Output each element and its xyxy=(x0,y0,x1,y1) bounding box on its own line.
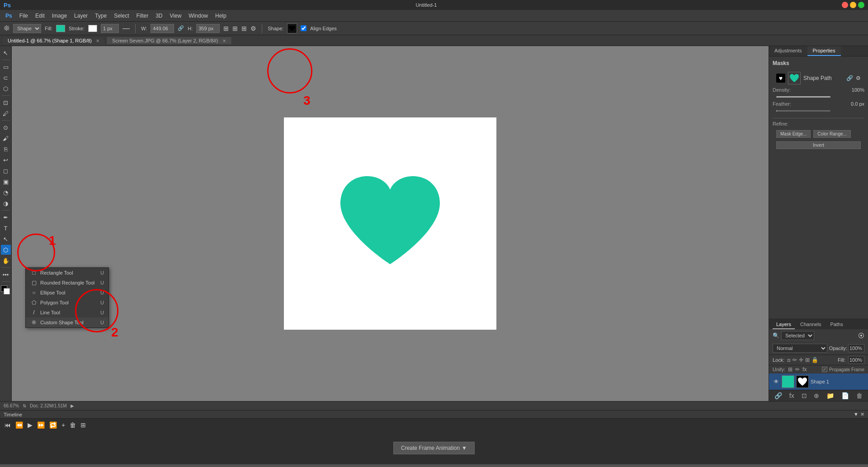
menu-window[interactable]: Window xyxy=(185,12,212,20)
link-layers-icon[interactable]: 🔗 xyxy=(774,392,782,399)
new-layer-icon[interactable]: 📄 xyxy=(841,392,849,399)
eraser-tool[interactable]: ◻ xyxy=(1,166,11,176)
type-tool[interactable]: T xyxy=(1,223,11,233)
menu-3d[interactable]: 3D xyxy=(152,12,166,20)
menu-help[interactable]: Help xyxy=(212,12,230,20)
close-tab-1[interactable]: ✕ xyxy=(96,38,99,43)
window-controls[interactable] xyxy=(842,2,864,8)
maximize-button[interactable] xyxy=(858,2,864,8)
path-align-icon[interactable]: ⊞ xyxy=(232,25,238,32)
mask-options-icon[interactable]: ⚙ xyxy=(856,75,861,81)
shape-picker[interactable] xyxy=(287,23,297,33)
width-input[interactable] xyxy=(151,24,174,33)
more-tools[interactable]: ••• xyxy=(1,270,11,280)
tab-properties[interactable]: Properties xyxy=(807,46,841,56)
tab-adjustments[interactable]: Adjustments xyxy=(769,46,807,56)
layers-tab-layers[interactable]: Layers xyxy=(773,320,795,329)
move-tool[interactable]: ↖ xyxy=(1,48,11,58)
propagate-checkbox[interactable]: ✓ xyxy=(822,367,827,372)
height-input[interactable] xyxy=(196,24,220,33)
menu-view[interactable]: View xyxy=(166,12,185,20)
path-ops-icon[interactable]: ⊞ xyxy=(223,25,229,32)
path-arrange-icon[interactable]: ⊞ xyxy=(241,25,247,32)
layers-tab-paths[interactable]: Paths xyxy=(827,320,847,329)
marquee-tool[interactable]: ▭ xyxy=(1,62,11,72)
tab-untitled-1[interactable]: Untitled-1 @ 66.7% (Shape 1, RGB/8) ✕ xyxy=(2,37,105,44)
lasso-tool[interactable]: ⊂ xyxy=(1,73,11,83)
lock-transparency-icon[interactable]: ⧈ xyxy=(787,357,791,363)
stroke-color-swatch[interactable] xyxy=(88,25,97,32)
adjustment-layer-icon[interactable]: ⊕ xyxy=(814,392,819,399)
flyout-ellipse-tool[interactable]: ○ Ellipse Tool U xyxy=(26,288,108,298)
filter-toggle-icon[interactable]: ⦿ xyxy=(858,332,864,339)
quick-select-tool[interactable]: ⬡ xyxy=(1,84,11,93)
flyout-custom-shape-tool[interactable]: ❊ Custom Shape Tool U xyxy=(26,318,108,327)
pen-tool[interactable]: ✒ xyxy=(1,212,11,222)
prev-frame-button[interactable]: ⏪ xyxy=(14,420,24,430)
stroke-width-input[interactable] xyxy=(101,24,119,33)
close-button[interactable] xyxy=(842,2,848,8)
tab-screen-seven[interactable]: Screen Seven.JPG @ 66.7% (Layer 2, RGB/8… xyxy=(106,37,231,44)
density-slider[interactable] xyxy=(776,96,830,98)
layers-filter-select[interactable]: Selected All Kind xyxy=(781,331,814,340)
next-frame-button[interactable]: ⏩ xyxy=(36,420,46,430)
blur-tool[interactable]: ◔ xyxy=(1,187,11,197)
shape-tool[interactable]: ⬡ xyxy=(1,245,11,255)
create-frame-dropdown-icon[interactable]: ▼ xyxy=(462,445,467,451)
mode-select[interactable]: ShapePathPixels xyxy=(13,24,41,33)
layer-item-shape1[interactable]: 👁 Shape 1 xyxy=(769,374,868,390)
eyedropper-tool[interactable]: 🖊 xyxy=(1,108,11,118)
gradient-tool[interactable]: ▣ xyxy=(1,177,11,187)
layer-effects-icon[interactable]: fx xyxy=(789,392,794,399)
delete-layer-icon[interactable]: 🗑 xyxy=(856,392,863,399)
menu-layer[interactable]: Layer xyxy=(71,12,91,20)
feather-slider[interactable] xyxy=(776,110,830,112)
menu-edit[interactable]: Edit xyxy=(32,12,48,20)
clone-tool[interactable]: ⎘ xyxy=(1,144,11,154)
create-frame-animation-button[interactable]: Create Frame Animation ▼ xyxy=(393,442,475,454)
go-first-button[interactable]: ⏮ xyxy=(4,420,12,430)
menu-file[interactable]: File xyxy=(16,12,32,20)
hand-tool[interactable]: ✋ xyxy=(1,256,11,266)
convert-frame-button[interactable]: ⊞ xyxy=(80,420,87,430)
play-button[interactable]: ▶ xyxy=(27,420,33,430)
menu-ps[interactable]: Ps xyxy=(2,12,16,20)
layer-mask-icon[interactable]: ⊡ xyxy=(802,392,807,399)
unify-icon-3[interactable]: fx xyxy=(802,366,807,373)
timeline-close-icon[interactable]: ✕ xyxy=(860,411,864,417)
minimize-button[interactable] xyxy=(850,2,856,8)
shape-path-thumb[interactable] xyxy=(788,72,801,84)
dodge-tool[interactable]: ◑ xyxy=(1,198,11,208)
mask-edge-button[interactable]: Mask Edge... xyxy=(776,130,811,138)
link-mask-icon[interactable]: 🔗 xyxy=(846,75,853,81)
lock-artboard-icon[interactable]: ⊞ xyxy=(805,357,810,363)
flyout-line-tool[interactable]: / Line Tool U xyxy=(26,308,108,318)
invert-button[interactable]: Invert xyxy=(776,141,861,149)
gear-icon[interactable]: ⚙ xyxy=(250,25,256,32)
unify-icon-2[interactable]: ✏ xyxy=(795,366,800,373)
unify-icon-1[interactable]: ⊞ xyxy=(788,366,793,373)
color-range-button[interactable]: Color Range... xyxy=(813,130,850,138)
flyout-rounded-rect-tool[interactable]: ▢ Rounded Rectangle Tool U xyxy=(26,278,108,288)
opacity-input[interactable] xyxy=(848,344,864,352)
flyout-rectangle-tool[interactable]: □ Rectangle Tool U xyxy=(26,268,108,278)
close-tab-2[interactable]: ✕ xyxy=(222,38,226,43)
trash-frame-button[interactable]: 🗑 xyxy=(69,420,77,430)
blend-mode-select[interactable]: Normal Multiply Screen Overlay xyxy=(773,344,827,353)
menu-filter[interactable]: Filter xyxy=(132,12,152,20)
lock-pixels-icon[interactable]: ✏ xyxy=(793,357,797,363)
menu-type[interactable]: Type xyxy=(91,12,110,20)
spot-heal-tool[interactable]: ⊙ xyxy=(1,122,11,132)
fill-input[interactable] xyxy=(848,356,864,364)
layer-visibility-icon[interactable]: 👁 xyxy=(773,378,780,385)
stroke-style-icon[interactable]: — xyxy=(123,24,130,33)
fill-color-swatch[interactable] xyxy=(56,25,65,32)
add-frame-button[interactable]: + xyxy=(61,420,66,430)
path-select-tool[interactable]: ↖ xyxy=(1,234,11,244)
link-icon[interactable]: 🔗 xyxy=(178,25,184,31)
menu-select[interactable]: Select xyxy=(110,12,132,20)
more-info-icon[interactable]: ▶ xyxy=(71,403,74,408)
align-edges-checkbox[interactable] xyxy=(301,25,307,31)
menu-image[interactable]: Image xyxy=(48,12,71,20)
new-group-icon[interactable]: 📁 xyxy=(826,392,834,399)
